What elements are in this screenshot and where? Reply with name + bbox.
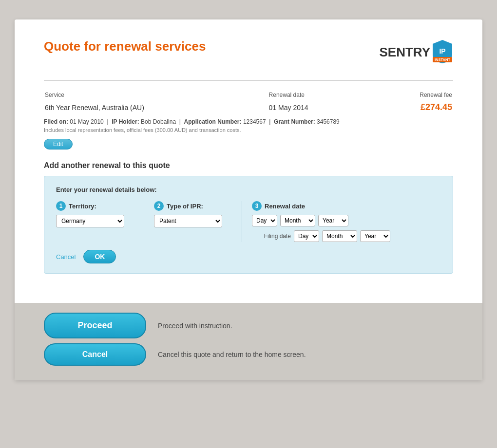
service-col-header: Service [45,92,268,101]
dates-section: 3 Renewal date Day Month Year [252,201,400,242]
renewal-date-col-header: Renewal date [269,92,350,101]
renewal-form-box: Enter your renewal details below: 1 Terr… [44,176,453,274]
cancel-desc: Cancel this quote and return to the home… [158,351,306,358]
filed-on-value: 01 May 2010 [70,118,103,125]
fee-col-header: Renewal fee [351,92,452,101]
svg-text:INSTANT: INSTANT [435,57,450,62]
header-row: Quote for renewal services SENTRY IP INS… [44,39,453,66]
renewal-date-section: Day Month Year Filing date [252,215,390,242]
divider-top [44,80,453,81]
section-2-num: 2 [154,201,164,211]
filing-day-select[interactable]: Day [294,230,319,242]
ip-holder-label: IP Holder: [112,118,139,125]
proceed-desc: Proceed with instruction. [158,322,232,330]
service-name: 6th Year Renewal, Australia (AU) [45,102,268,112]
section-divider-2 [242,201,242,242]
main-content: Quote for renewal services SENTRY IP INS… [15,19,482,303]
ipr-type-section: 2 Type of IPR: Patent [154,201,232,227]
renewal-date-section-label: 3 Renewal date [252,201,390,211]
service-table: Service Renewal date Renewal fee 6th Yea… [44,91,453,113]
renewal-date-value: 01 May 2014 [269,102,350,112]
page-title: Quote for renewal services [44,39,206,54]
proceed-row: Proceed Proceed with instruction. [44,313,453,338]
section-1-num: 1 [56,201,66,211]
grant-number-label: Grant Number: [274,118,315,125]
territory-section: 1 Territory: Germany [56,201,134,227]
logo-sentry-text: SENTRY [380,45,431,60]
ip-holder-value: Bob Dobalina [141,118,176,125]
grant-number-value: 3456789 [317,118,340,125]
proceed-button[interactable]: Proceed [44,313,146,338]
cancel-row: Cancel Cancel this quote and return to t… [44,343,453,366]
edit-button[interactable]: Edit [44,139,73,149]
territory-select[interactable]: Germany [56,215,124,227]
form-box-title: Enter your renewal details below: [56,186,441,193]
form-fields-row: 1 Territory: Germany 2 Type of IPR: [56,201,441,242]
filing-date-label: Filing date [252,233,291,240]
renewal-year-select[interactable]: Year [318,215,348,226]
form-cancel-link[interactable]: Cancel [56,253,76,261]
form-ok-button[interactable]: OK [83,250,116,263]
shield-svg: IP INSTANT [432,39,453,64]
app-number-value: 1234567 [243,118,266,125]
renewal-date-section-label-text: Renewal date [265,203,305,210]
filing-date-row: Filing date Day Month Year [252,230,390,242]
logo-area: SENTRY IP INSTANT [380,39,454,66]
renewal-day-select[interactable]: Day [252,215,277,226]
add-renewal-title: Add another renewal to this quote [44,161,453,170]
ipr-label: 2 Type of IPR: [154,201,222,211]
footer-bar: Proceed Proceed with instruction. Cancel… [15,303,482,380]
includes-text: Includes local representation fees, offi… [44,127,453,133]
section-divider-1 [144,201,144,242]
territory-label-text: Territory: [69,203,96,210]
filed-on-label: Filed on: [44,118,68,125]
renewal-date-row: Day Month Year [252,215,390,226]
meta-row: Filed on: 01 May 2010 | IP Holder: Bob D… [44,118,453,125]
page-wrapper: Quote for renewal services SENTRY IP INS… [15,19,482,380]
svg-text:IP: IP [439,47,445,55]
filing-month-select[interactable]: Month [322,230,357,242]
filing-year-select[interactable]: Year [360,230,390,242]
footer-cancel-button[interactable]: Cancel [44,343,146,366]
form-actions: Cancel OK [56,250,441,263]
fee-value: £274.45 [351,102,452,112]
ipr-type-select[interactable]: Patent [154,215,222,227]
ipr-label-text: Type of IPR: [167,203,203,210]
renewal-month-select[interactable]: Month [280,215,315,226]
logo-ip-shield: IP INSTANT [432,39,453,66]
territory-label: 1 Territory: [56,201,124,211]
section-3-num: 3 [252,201,262,211]
app-number-label: Application Number: [184,118,242,125]
